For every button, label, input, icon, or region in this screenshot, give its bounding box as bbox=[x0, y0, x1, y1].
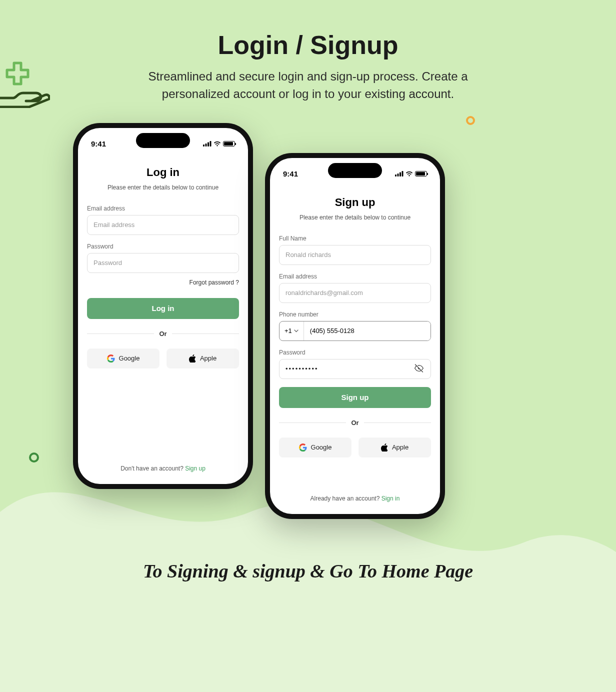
svg-rect-5 bbox=[398, 174, 399, 176]
forgot-password-link[interactable]: Forgot password ? bbox=[87, 279, 239, 286]
signup-password-input[interactable] bbox=[279, 359, 431, 379]
status-time: 9:41 bbox=[283, 170, 298, 178]
chevron-down-icon bbox=[294, 330, 298, 332]
wifi-icon bbox=[214, 141, 221, 146]
login-button[interactable]: Log in bbox=[87, 298, 239, 319]
signup-password-label: Password bbox=[279, 349, 431, 356]
bottom-caption: To Signing & signup & Go To Home Page bbox=[0, 560, 616, 582]
apple-login-button[interactable]: Apple bbox=[166, 348, 239, 368]
phone-mockup-login: 9:41 Log in Please enter the details bel… bbox=[73, 123, 253, 489]
signup-footer: Already have an account? Sign in bbox=[270, 495, 440, 502]
password-label: Password bbox=[87, 243, 239, 250]
google-label: Google bbox=[311, 444, 332, 451]
signup-title: Sign up bbox=[279, 196, 431, 209]
cellular-signal-icon bbox=[395, 171, 404, 176]
email-input[interactable] bbox=[87, 215, 239, 235]
status-time: 9:41 bbox=[91, 140, 106, 148]
page-title: Login / Signup bbox=[0, 0, 616, 60]
country-code-select[interactable]: +1 bbox=[280, 322, 304, 340]
apple-signup-button[interactable]: Apple bbox=[358, 438, 431, 458]
phone-input[interactable] bbox=[304, 322, 430, 340]
google-login-button[interactable]: Google bbox=[87, 348, 160, 368]
battery-icon bbox=[415, 171, 427, 176]
svg-rect-1 bbox=[206, 144, 207, 146]
divider-or: Or bbox=[87, 330, 239, 338]
name-input[interactable] bbox=[279, 245, 431, 265]
signup-email-label: Email address bbox=[279, 273, 431, 280]
apple-icon bbox=[381, 444, 388, 452]
signup-link[interactable]: Sign up bbox=[185, 465, 206, 472]
password-input[interactable] bbox=[87, 253, 239, 273]
google-icon bbox=[107, 354, 115, 362]
login-title: Log in bbox=[87, 166, 239, 179]
google-icon bbox=[299, 444, 307, 452]
phone-mockup-signup: 9:41 Sign up Please enter the details be… bbox=[265, 153, 445, 519]
phone-label: Phone number bbox=[279, 311, 431, 318]
eye-off-icon bbox=[414, 363, 424, 373]
svg-rect-4 bbox=[395, 174, 396, 176]
google-signup-button[interactable]: Google bbox=[279, 438, 352, 458]
medical-hand-icon bbox=[0, 59, 50, 108]
login-footer: Don't have an account? Sign up bbox=[78, 465, 248, 472]
wifi-icon bbox=[406, 171, 413, 176]
svg-rect-7 bbox=[402, 171, 404, 176]
divider-or: Or bbox=[279, 419, 431, 426]
name-label: Full Name bbox=[279, 235, 431, 242]
toggle-password-visibility-button[interactable] bbox=[412, 361, 426, 376]
svg-rect-2 bbox=[208, 142, 209, 147]
svg-rect-0 bbox=[203, 144, 204, 146]
apple-label: Apple bbox=[392, 444, 408, 451]
signin-link[interactable]: Sign in bbox=[382, 495, 400, 502]
svg-rect-6 bbox=[400, 172, 401, 177]
email-label: Email address bbox=[87, 205, 239, 212]
phone-notch bbox=[328, 163, 382, 178]
phone-notch bbox=[136, 133, 190, 148]
google-label: Google bbox=[119, 354, 140, 362]
signup-button[interactable]: Sign up bbox=[279, 387, 431, 408]
apple-icon bbox=[189, 354, 196, 362]
svg-rect-3 bbox=[210, 141, 212, 146]
cellular-signal-icon bbox=[203, 141, 212, 146]
page-subtitle: Streamlined and secure login and sign-up… bbox=[133, 68, 483, 103]
battery-icon bbox=[223, 141, 235, 146]
login-subtitle: Please enter the details below to contin… bbox=[87, 184, 239, 191]
signup-subtitle: Please enter the details below to contin… bbox=[279, 214, 431, 221]
apple-label: Apple bbox=[200, 354, 216, 362]
signup-email-input[interactable] bbox=[279, 283, 431, 303]
